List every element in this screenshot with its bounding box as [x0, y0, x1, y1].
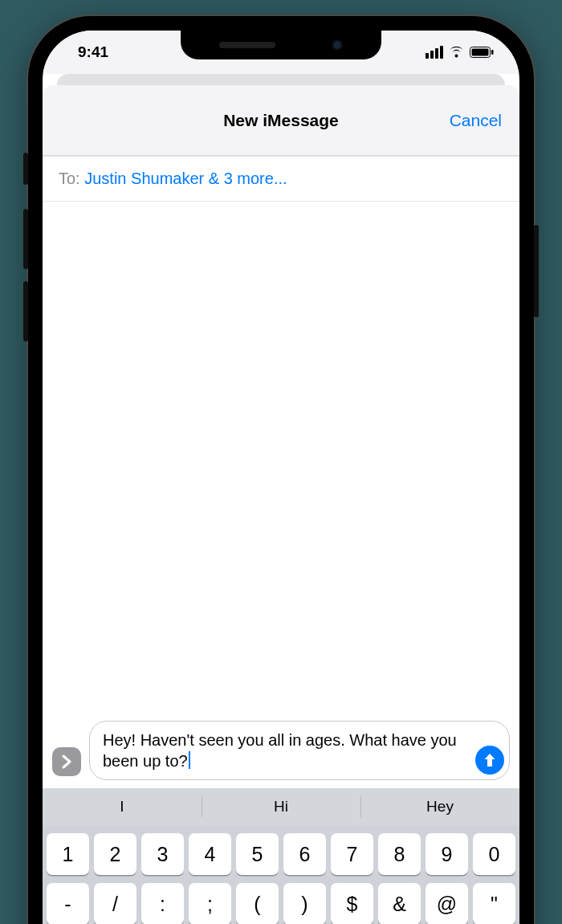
suggestion-2[interactable]: Hi	[202, 788, 360, 825]
arrow-up-icon	[483, 752, 497, 768]
message-input[interactable]: Hey! Haven't seen you all in ages. What …	[89, 721, 510, 780]
key-1[interactable]: 1	[47, 833, 89, 875]
compose-bar: Hey! Haven't seen you all in ages. What …	[43, 714, 519, 788]
key-0[interactable]: 0	[473, 833, 515, 875]
power-button	[534, 225, 539, 317]
key-4[interactable]: 4	[189, 833, 231, 875]
key-dash[interactable]: -	[47, 883, 89, 924]
suggestion-3[interactable]: Hey	[360, 788, 519, 825]
volume-up-button	[23, 209, 28, 269]
key-dollar[interactable]: $	[331, 883, 373, 924]
text-cursor	[189, 751, 190, 769]
page-title: New iMessage	[223, 111, 339, 130]
suggestion-1[interactable]: I	[43, 788, 202, 825]
key-openparen[interactable]: (	[236, 883, 279, 924]
message-text: Hey! Haven't seen you all in ages. What …	[103, 731, 457, 770]
side-button	[23, 153, 28, 185]
key-closeparen[interactable]: )	[283, 883, 326, 924]
key-7[interactable]: 7	[331, 833, 373, 875]
new-message-sheet: New iMessage Cancel To: Justin Shumaker …	[43, 85, 519, 924]
expand-apps-button[interactable]	[52, 747, 81, 776]
key-6[interactable]: 6	[283, 833, 326, 875]
key-2[interactable]: 2	[94, 833, 136, 875]
key-semicolon[interactable]: ;	[189, 883, 231, 924]
send-button[interactable]	[475, 746, 504, 775]
to-label: To:	[59, 170, 80, 187]
key-8[interactable]: 8	[378, 833, 421, 875]
volume-down-button	[23, 281, 28, 341]
key-9[interactable]: 9	[426, 833, 468, 875]
svg-rect-1	[472, 49, 489, 56]
front-camera	[332, 39, 343, 51]
status-time: 9:41	[68, 43, 108, 61]
chevron-right-icon	[61, 754, 72, 769]
keyboard: I Hi Hey 1 2 3 4 5 6 7 8 9 0 -	[43, 788, 519, 924]
key-colon[interactable]: :	[141, 883, 184, 924]
battery-icon	[470, 47, 494, 58]
conversation-area	[43, 202, 519, 714]
key-5[interactable]: 5	[236, 833, 279, 875]
wifi-icon	[448, 47, 465, 59]
key-row-1: 1 2 3 4 5 6 7 8 9 0	[47, 833, 515, 875]
key-at[interactable]: @	[426, 883, 468, 924]
speaker-grille	[219, 42, 275, 48]
recipients-value: Justin Shumaker & 3 more...	[84, 170, 287, 187]
key-amp[interactable]: &	[378, 883, 421, 924]
screen: 9:41 New iMessage Cancel To: Justin Shum…	[43, 31, 519, 924]
key-3[interactable]: 3	[141, 833, 184, 875]
cancel-button[interactable]: Cancel	[450, 111, 502, 130]
key-quote[interactable]: "	[473, 883, 515, 924]
svg-rect-2	[491, 50, 494, 55]
phone-frame: 9:41 New iMessage Cancel To: Justin Shum…	[28, 16, 534, 924]
suggestion-bar: I Hi Hey	[43, 788, 519, 825]
key-slash[interactable]: /	[94, 883, 136, 924]
key-row-2: - / : ; ( ) $ & @ "	[47, 883, 515, 924]
nav-bar: New iMessage Cancel	[43, 85, 519, 156]
notch	[181, 31, 381, 59]
cell-signal-icon	[426, 46, 443, 59]
sheet-background-peek	[57, 74, 505, 85]
recipients-field[interactable]: To: Justin Shumaker & 3 more...	[43, 156, 519, 202]
